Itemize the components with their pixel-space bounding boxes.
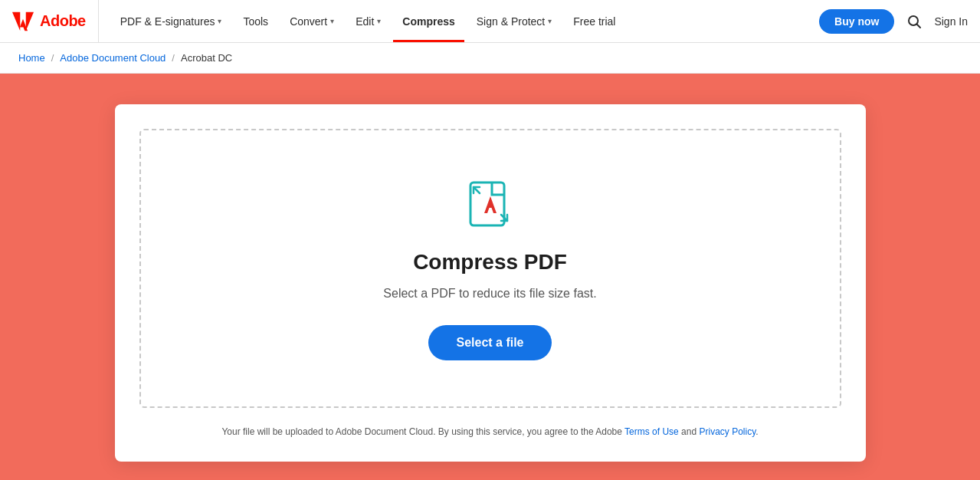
nav-item-compress[interactable]: Compress: [393, 0, 464, 42]
privacy-policy-link[interactable]: Privacy Policy: [699, 426, 755, 437]
drop-zone[interactable]: Compress PDF Select a PDF to reduce its …: [139, 129, 841, 408]
nav-item-tools[interactable]: Tools: [234, 0, 277, 42]
hero-section: Compress PDF Select a PDF to reduce its …: [0, 74, 980, 480]
compress-card: Compress PDF Select a PDF to reduce its …: [115, 104, 866, 462]
select-file-button[interactable]: Select a file: [428, 325, 551, 360]
breadcrumb-document-cloud[interactable]: Adobe Document Cloud: [60, 52, 166, 64]
brand-name: Adobe: [40, 12, 86, 30]
chevron-down-icon: ▾: [377, 17, 381, 25]
nav-item-label: Convert: [290, 15, 327, 28]
breadcrumb-current: Acrobat DC: [181, 52, 232, 64]
compress-title: Compress PDF: [413, 250, 567, 275]
nav-item-convert[interactable]: Convert ▾: [280, 0, 343, 42]
nav-item-free-trial[interactable]: Free trial: [564, 0, 624, 42]
terms-of-use-link[interactable]: Terms of Use: [624, 426, 679, 437]
tos-text: Your file will be uploaded to Adobe Docu…: [139, 426, 841, 437]
nav-right: Buy now Sign In: [813, 9, 968, 34]
adobe-logo-icon: [12, 11, 34, 32]
nav-item-pdf-esignatures[interactable]: PDF & E-signatures ▾: [111, 0, 231, 42]
nav-item-label: Free trial: [573, 15, 615, 28]
nav-item-label: Sign & Protect: [477, 15, 546, 28]
chevron-down-icon: ▾: [330, 17, 334, 25]
nav-item-label: Compress: [402, 15, 454, 28]
chevron-down-icon: ▾: [548, 17, 552, 25]
brand-logo[interactable]: Adobe: [12, 0, 99, 42]
compress-subtitle: Select a PDF to reduce its file size fas…: [383, 287, 596, 301]
nav-item-label: PDF & E-signatures: [120, 15, 215, 28]
navbar: Adobe PDF & E-signatures ▾ Tools Convert…: [0, 0, 980, 43]
nav-item-sign-protect[interactable]: Sign & Protect ▾: [467, 0, 562, 42]
nav-items: PDF & E-signatures ▾ Tools Convert ▾ Edi…: [111, 0, 813, 42]
breadcrumb-separator: /: [51, 52, 54, 64]
nav-item-label: Tools: [243, 15, 268, 28]
buy-now-button[interactable]: Buy now: [819, 9, 894, 34]
chevron-down-icon: ▾: [218, 17, 221, 25]
pdf-compress-icon: [463, 176, 518, 232]
svg-line-1: [917, 24, 921, 28]
breadcrumb-home[interactable]: Home: [18, 52, 45, 64]
breadcrumb-separator: /: [172, 52, 175, 64]
breadcrumb: Home / Adobe Document Cloud / Acrobat DC: [0, 43, 980, 74]
search-icon[interactable]: [906, 14, 922, 29]
nav-item-edit[interactable]: Edit ▾: [346, 0, 390, 42]
nav-item-label: Edit: [356, 15, 374, 28]
sign-in-button[interactable]: Sign In: [934, 15, 968, 28]
